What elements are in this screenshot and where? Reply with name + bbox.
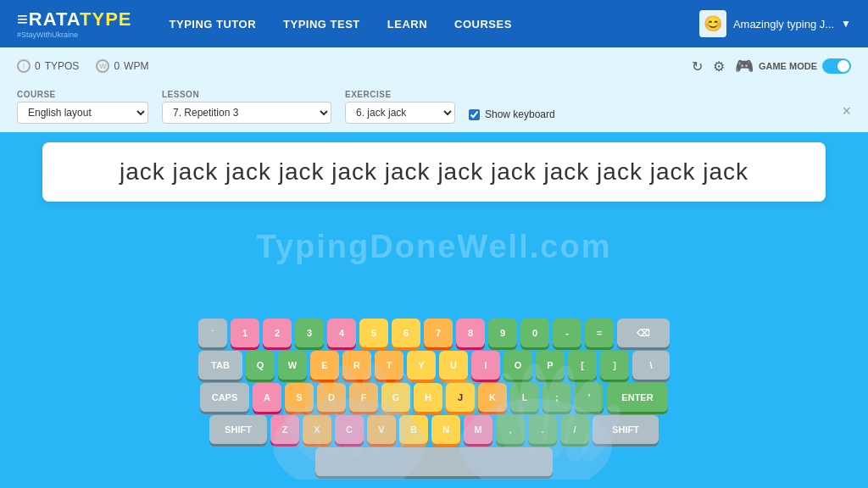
key-i[interactable]: I [471,351,500,380]
key-label-shift: SHIFT [225,424,252,435]
key-r[interactable]: R [342,351,371,380]
key-m[interactable]: M [464,415,492,444]
key-2[interactable]: 2 [263,319,292,347]
key-caps[interactable]: CAPS [200,383,249,412]
game-mode-toggle[interactable] [822,58,851,74]
key-label-x: X [314,424,320,435]
key-5[interactable]: 5 [359,319,388,347]
key-[interactable]: ⌫ [617,319,670,347]
wpm-label: WPM [124,60,148,72]
key-label-: , [509,424,511,435]
key-[interactable]: ] [600,351,629,380]
key-4[interactable]: 4 [327,319,356,347]
key-label-enter: ENTER [621,392,653,402]
typing-area-wrapper: jack jack jack jack jack jack jack jack … [0,132,868,202]
nav-links: TYPING TUTOR TYPING TEST LEARN COURSES [158,13,691,36]
key-t[interactable]: T [375,351,403,380]
key-w[interactable]: W [278,351,307,380]
course-select[interactable]: English layout [17,102,148,124]
key-label-: \ [649,360,652,370]
key-shift[interactable]: SHIFT [209,415,267,444]
key-shift[interactable]: SHIFT [593,415,659,444]
exercise-select[interactable]: 6. jack jack [345,102,455,124]
key-[interactable]: , [496,415,525,444]
refresh-icon[interactable]: ↻ [692,58,703,75]
key-0[interactable]: 0 [520,319,549,347]
key-label-y: Y [418,360,424,370]
key-label-k: K [489,392,496,402]
key-d[interactable]: D [317,383,346,412]
key-[interactable]: ; [542,383,571,412]
key-[interactable]: ' [575,383,604,412]
key-row-2: CAPSASDFGHJKL;'ENTER [129,383,739,412]
key-k[interactable]: K [478,383,507,412]
wpm-icon: W [96,59,109,73]
key-v[interactable]: V [367,415,396,444]
key-h[interactable]: H [414,383,442,412]
settings-icon[interactable]: ⚙ [713,58,725,75]
key-b[interactable]: B [399,415,428,444]
key-7[interactable]: 7 [424,319,453,347]
key-x[interactable]: X [303,415,331,444]
key-label-z: Z [282,424,288,435]
key-[interactable]: ` [198,319,227,347]
key-row-space [129,447,739,476]
nav-typing-tutor[interactable]: TYPING TUTOR [158,13,269,36]
typos-value: 0 [35,60,41,72]
key-label-: [ [581,360,584,370]
key-[interactable]: [ [568,351,597,380]
nav-learn[interactable]: LEARN [376,13,439,36]
key-l[interactable]: L [510,383,539,412]
key-label-tab: TAB [211,360,230,370]
typing-area[interactable]: jack jack jack jack jack jack jack jack … [42,142,826,202]
key-z[interactable]: Z [270,415,299,444]
lesson-label: LESSON [162,90,331,99]
keyboard: `1234567890-=⌫TABQWERTYUIOP[]\CAPSASDFGH… [129,319,739,476]
key-label-h: H [425,392,431,402]
key-a[interactable]: A [253,383,281,412]
key-label-caps: CAPS [212,392,238,402]
key-label-v: V [378,424,384,435]
key-9[interactable]: 9 [488,319,517,347]
key-c[interactable]: C [335,415,364,444]
user-dropdown-arrow[interactable]: ▼ [841,18,851,30]
key-label-f: F [361,392,367,402]
key-y[interactable]: Y [407,351,436,380]
key-label-shift: SHIFT [612,424,639,435]
wpm-value: 0 [114,60,120,72]
key-u[interactable]: U [439,351,468,380]
key-[interactable]: - [553,319,581,347]
key-[interactable]: . [528,415,557,444]
key-label-u: U [450,360,457,370]
lesson-select[interactable]: 7. Repetition 3 [162,102,331,124]
key-6[interactable]: 6 [392,319,420,347]
key-[interactable]: / [560,415,589,444]
key-label-d: D [328,392,335,402]
typos-label: TYPOS [45,60,80,72]
key-q[interactable]: Q [246,351,275,380]
key-row-3: SHIFTZXCVBNM,./SHIFT [129,415,739,444]
key-[interactable]: \ [632,351,670,380]
key-space[interactable] [315,447,553,476]
key-label-9: 9 [500,328,505,338]
key-n[interactable]: N [431,415,460,444]
nav-courses[interactable]: COURSES [442,13,524,36]
key-o[interactable]: O [504,351,532,380]
subbar-actions: ↻ ⚙ 🎮 GAME MODE [692,57,851,75]
key-f[interactable]: F [349,383,378,412]
typing-text: jack jack jack jack jack jack jack jack … [120,158,748,186]
key-1[interactable]: 1 [231,319,259,347]
close-button[interactable]: × [842,103,851,120]
key-s[interactable]: S [285,383,314,412]
key-g[interactable]: G [381,383,410,412]
nav-typing-test[interactable]: TYPING TEST [271,13,372,36]
key-3[interactable]: 3 [295,319,324,347]
key-tab[interactable]: TAB [198,351,242,380]
key-[interactable]: = [585,319,614,347]
key-j[interactable]: J [446,383,475,412]
key-e[interactable]: E [310,351,339,380]
key-8[interactable]: 8 [456,319,485,347]
show-keyboard-checkbox[interactable] [469,109,480,120]
key-enter[interactable]: ENTER [607,383,668,412]
key-p[interactable]: P [536,351,565,380]
